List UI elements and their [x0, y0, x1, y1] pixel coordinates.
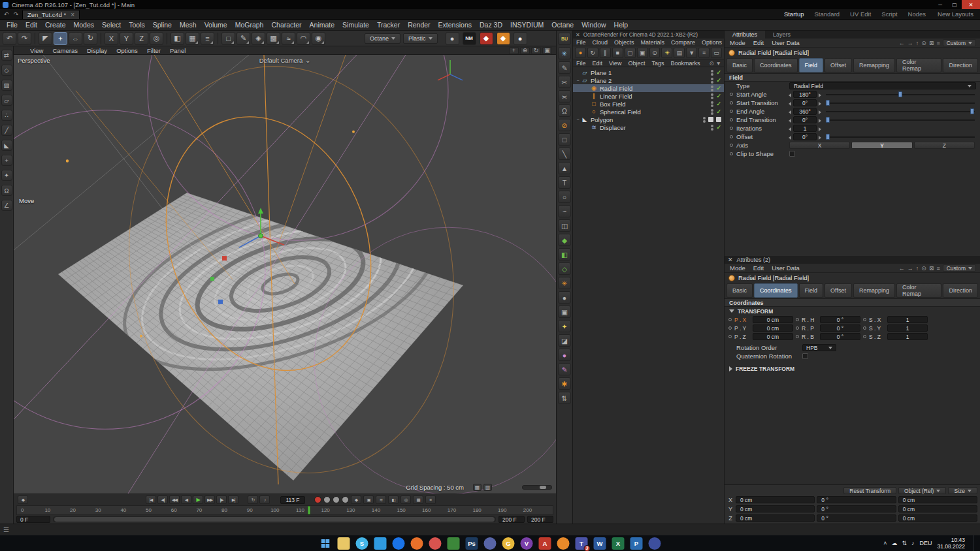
layout-tab-startup[interactable]: Startup — [779, 9, 809, 19]
object-menu-file[interactable]: File — [573, 60, 589, 67]
object-menu-view[interactable]: View — [606, 60, 625, 67]
x-axis-lock-button[interactable]: X — [105, 32, 118, 45]
clip-to-shape-checkbox[interactable] — [789, 151, 795, 157]
attr2-tab-basic[interactable]: Basic — [727, 283, 753, 298]
attr2-back-arrow-icon[interactable]: ← — [899, 265, 905, 272]
tree-item-box-field[interactable]: □Box Field✓ — [573, 100, 724, 108]
anim-dot[interactable] — [796, 335, 799, 338]
current-frame-field[interactable]: 113 F — [280, 496, 305, 504]
octane-menu-objects[interactable]: Objects — [611, 39, 638, 46]
play-backward-button[interactable]: ◀ — [181, 496, 191, 504]
octane-live-button[interactable]: Octane — [365, 33, 400, 44]
taskbar-powerpoint[interactable]: P — [630, 537, 643, 550]
make-editable-icon[interactable]: ⇄ — [1, 50, 12, 61]
rb-input[interactable]: 0 ° — [820, 333, 860, 340]
layout-tab-script[interactable]: Script — [876, 9, 902, 19]
attr2-up-arrow-icon[interactable]: ↑ — [916, 265, 919, 272]
sphere-primitive-icon[interactable]: ● — [558, 291, 571, 304]
tag-icon[interactable] — [708, 117, 713, 122]
taskbar-vscode[interactable] — [374, 537, 387, 550]
viewport-zoom-slider[interactable] — [522, 485, 552, 490]
start-angle-slider[interactable] — [826, 91, 975, 98]
render-toggle[interactable]: ▦ — [413, 496, 423, 504]
offset-slider[interactable] — [826, 133, 975, 140]
anim-dot[interactable] — [728, 318, 732, 321]
model-mode-icon[interactable]: ◇ — [1, 65, 12, 76]
circle-spline-icon[interactable]: ○ — [558, 191, 571, 203]
attr1-search-icon[interactable]: ⊙ — [921, 40, 926, 46]
menu-octane[interactable]: Octane — [547, 21, 578, 29]
sy-input[interactable]: 1 — [887, 324, 928, 332]
parameter-toggle[interactable]: ◧ — [388, 496, 399, 504]
visibility-dots[interactable] — [711, 78, 713, 84]
gear-icon[interactable]: ✳ — [558, 277, 571, 289]
enabled-check-icon[interactable]: ✓ — [716, 69, 721, 76]
view-panel-single-icon[interactable]: ▥ — [483, 484, 492, 491]
taskbar-file-explorer[interactable] — [338, 537, 350, 550]
reset-transform-button[interactable]: Reset Transform — [843, 487, 896, 494]
nm-material-icon[interactable]: NM — [463, 32, 476, 45]
preview-end-field[interactable]: 200 F — [498, 516, 525, 523]
attr1-forward-arrow-icon[interactable]: → — [907, 40, 913, 46]
menu-mesh[interactable]: Mesh — [176, 21, 201, 29]
attr1-up-arrow-icon[interactable]: ↑ — [916, 40, 919, 46]
attr2-search-icon[interactable]: ⊙ — [921, 265, 926, 272]
viewport-canvas[interactable]: Perspective Default Camera ⌄ Move Grid S… — [14, 55, 556, 494]
octane-menu-materials[interactable]: Materials — [638, 39, 668, 46]
freeze-transform-section-header[interactable]: FREEZE TRANSFORM — [725, 364, 980, 373]
attr1-tab-coordinates[interactable]: Coordinates — [754, 58, 798, 72]
sound-toggle[interactable]: ♪ — [259, 496, 270, 504]
octane-menu-compare[interactable]: Compare — [668, 39, 698, 46]
viewport-menu-options[interactable]: Options — [112, 47, 142, 54]
px-input[interactable]: 0 cm — [753, 316, 793, 323]
picker-icon[interactable]: ⊙ — [649, 48, 661, 58]
keyboard-language[interactable]: DEU — [919, 540, 932, 546]
attr1-mode-mode[interactable]: Mode — [726, 39, 749, 46]
object-menu-tags[interactable]: Tags — [648, 60, 667, 67]
position-y-field[interactable]: 0 cm — [736, 505, 815, 512]
menu-spline[interactable]: Spline — [149, 21, 176, 29]
visibility-dots[interactable] — [711, 70, 713, 76]
insydium-badge[interactable]: BU — [558, 33, 571, 45]
menu-render[interactable]: Render — [404, 21, 434, 29]
transform-section-header[interactable]: TRANSFORM — [725, 307, 980, 315]
next-frame-button[interactable]: ▶▶ — [204, 496, 215, 504]
z-axis-lock-button[interactable]: Z — [135, 32, 148, 45]
rotation-order-dropdown[interactable]: HPB — [802, 344, 836, 351]
menu-extensions[interactable]: Extensions — [434, 21, 476, 29]
gui-window-icon[interactable]: ▭ — [711, 48, 722, 58]
size-x-field[interactable]: 0 cm — [898, 496, 977, 503]
type-dropdown[interactable]: Radial Field — [789, 82, 976, 89]
object-menu-bookmarks[interactable]: Bookmarks — [667, 60, 703, 67]
menu-tools[interactable]: Tools — [125, 21, 149, 29]
start-angle-input[interactable]: 180° — [793, 91, 817, 98]
network-icon[interactable]: ⇅ — [902, 540, 907, 546]
orange-wheel-icon[interactable]: ✱ — [558, 377, 571, 390]
sz-input[interactable]: 1 — [887, 333, 928, 340]
attr2-mode-mode[interactable]: Mode — [726, 264, 749, 272]
project-end-field[interactable]: 200 F — [527, 516, 553, 523]
size-y-field[interactable]: 0 cm — [898, 505, 977, 512]
object-menu-edit[interactable]: Edit — [589, 60, 606, 67]
attr2-mode-user-data[interactable]: User Data — [768, 264, 804, 272]
record-position-toggle[interactable] — [323, 496, 331, 503]
anim-dot[interactable] — [730, 152, 733, 155]
attr1-tab-color-remap[interactable]: Color Remap — [896, 58, 942, 72]
redo-icon[interactable]: ↷ — [18, 32, 31, 45]
attr2-tab-remapping[interactable]: Remapping — [853, 283, 895, 298]
live-selection-icon[interactable]: ◤ — [39, 32, 52, 45]
spline-line-icon[interactable]: ╲ — [558, 148, 571, 160]
attr2-lock-icon[interactable]: ⊠ — [929, 265, 934, 272]
tab-attributes[interactable]: Attributes — [725, 31, 765, 39]
pause-render-icon[interactable]: ∥ — [600, 48, 611, 58]
tree-item-plane-2[interactable]: −▱Plane 2✓ — [573, 76, 724, 84]
material-icon[interactable]: ● — [558, 349, 571, 361]
tree-item-displacer[interactable]: ≋Displacer✓ — [573, 123, 724, 131]
taskbar-app-circle[interactable] — [649, 537, 661, 550]
attr1-tab-offset[interactable]: Offset — [825, 58, 852, 72]
polygons-mode-icon[interactable]: ◣ — [1, 140, 12, 151]
timeline-ruler[interactable]: 0102030405060708090100110120130140150160… — [16, 505, 553, 515]
preview-ball-icon[interactable]: ● — [514, 32, 527, 45]
attr1-back-arrow-icon[interactable]: ← — [899, 40, 905, 46]
anim-dot[interactable] — [728, 335, 732, 338]
